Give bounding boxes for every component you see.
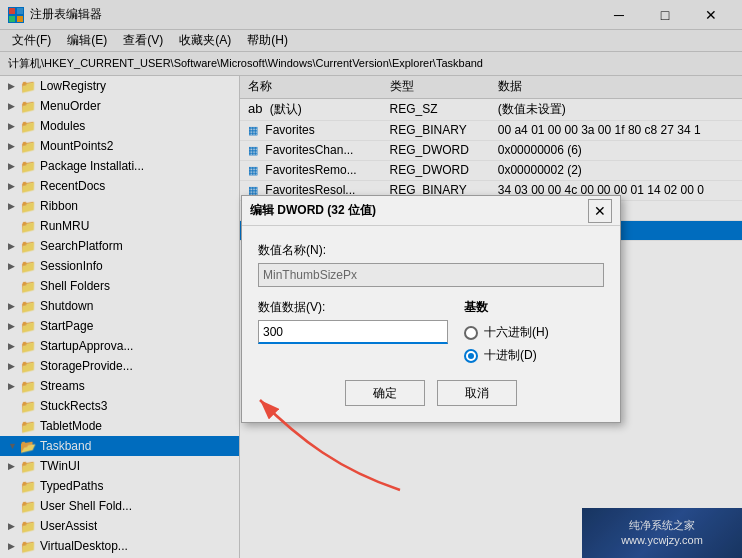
data-row: 数值数据(V): 基数 十六进制(H) 十进制(D): [258, 299, 604, 364]
dialog-title-bar: 编辑 DWORD (32 位值) ✕: [242, 196, 620, 226]
radio-hex[interactable]: 十六进制(H): [464, 324, 604, 341]
base-section: 基数 十六进制(H) 十进制(D): [464, 299, 604, 364]
radio-group: 十六进制(H) 十进制(D): [464, 324, 604, 364]
dialog-body: 数值名称(N): 数值数据(V): 基数 十六进制(H): [242, 226, 620, 422]
dialog-overlay: 编辑 DWORD (32 位值) ✕ 数值名称(N): 数值数据(V): 基数 …: [0, 0, 742, 558]
data-input[interactable]: [258, 320, 448, 344]
dialog-close-button[interactable]: ✕: [588, 199, 612, 223]
radio-circle-decimal: [464, 349, 478, 363]
data-left: 数值数据(V):: [258, 299, 448, 344]
name-input[interactable]: [258, 263, 604, 287]
dialog-buttons: 确定 取消: [258, 380, 604, 406]
radio-decimal[interactable]: 十进制(D): [464, 347, 604, 364]
radio-decimal-label: 十进制(D): [484, 347, 537, 364]
dialog-title: 编辑 DWORD (32 位值): [250, 202, 588, 219]
radio-circle-hex: [464, 326, 478, 340]
name-label: 数值名称(N):: [258, 242, 604, 259]
cancel-button[interactable]: 取消: [437, 380, 517, 406]
confirm-button[interactable]: 确定: [345, 380, 425, 406]
edit-dword-dialog: 编辑 DWORD (32 位值) ✕ 数值名称(N): 数值数据(V): 基数 …: [241, 195, 621, 423]
base-label: 基数: [464, 299, 604, 316]
data-label: 数值数据(V):: [258, 299, 448, 316]
radio-hex-label: 十六进制(H): [484, 324, 549, 341]
